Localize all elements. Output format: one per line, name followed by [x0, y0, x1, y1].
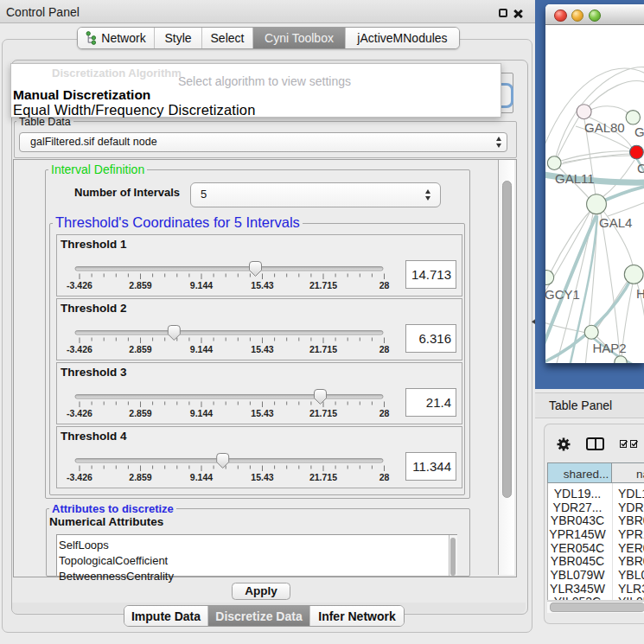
svg-text:2.859: 2.859 [129, 280, 151, 290]
svg-text:2.859: 2.859 [129, 344, 151, 354]
svg-text:GAL80: GAL80 [584, 120, 625, 135]
svg-text:9.144: 9.144 [190, 344, 213, 354]
svg-text:HAP2: HAP2 [592, 341, 626, 355]
svg-text:21.715: 21.715 [309, 280, 337, 290]
svg-text:15.43: 15.43 [251, 472, 273, 482]
svg-text:C: C [637, 161, 644, 175]
svg-text:9.144: 9.144 [190, 408, 213, 418]
svg-text:-3.426: -3.426 [67, 280, 92, 290]
svg-text:GCY1: GCY1 [545, 287, 580, 302]
svg-text:28: 28 [379, 472, 390, 482]
svg-text:9.144: 9.144 [190, 280, 213, 290]
svg-text:15.43: 15.43 [251, 408, 273, 418]
svg-text:-3.426: -3.426 [67, 408, 92, 418]
svg-text:GA: GA [634, 124, 644, 139]
svg-text:2.859: 2.859 [129, 472, 151, 482]
svg-text:28: 28 [379, 344, 390, 354]
svg-text:21.715: 21.715 [309, 344, 337, 354]
svg-text:GAL11: GAL11 [555, 171, 595, 186]
svg-text:9.144: 9.144 [190, 472, 213, 482]
svg-text:15.43: 15.43 [251, 344, 273, 354]
svg-text:21.715: 21.715 [309, 472, 337, 482]
svg-text:28: 28 [379, 408, 390, 418]
svg-text:GAL4: GAL4 [599, 215, 632, 230]
svg-text:2.859: 2.859 [129, 408, 151, 418]
svg-text:-3.426: -3.426 [67, 472, 92, 482]
svg-text:21.715: 21.715 [309, 408, 337, 418]
svg-text:-3.426: -3.426 [67, 344, 92, 354]
svg-text:15.43: 15.43 [251, 280, 273, 290]
svg-text:28: 28 [379, 280, 390, 290]
svg-text:H: H [636, 286, 644, 301]
